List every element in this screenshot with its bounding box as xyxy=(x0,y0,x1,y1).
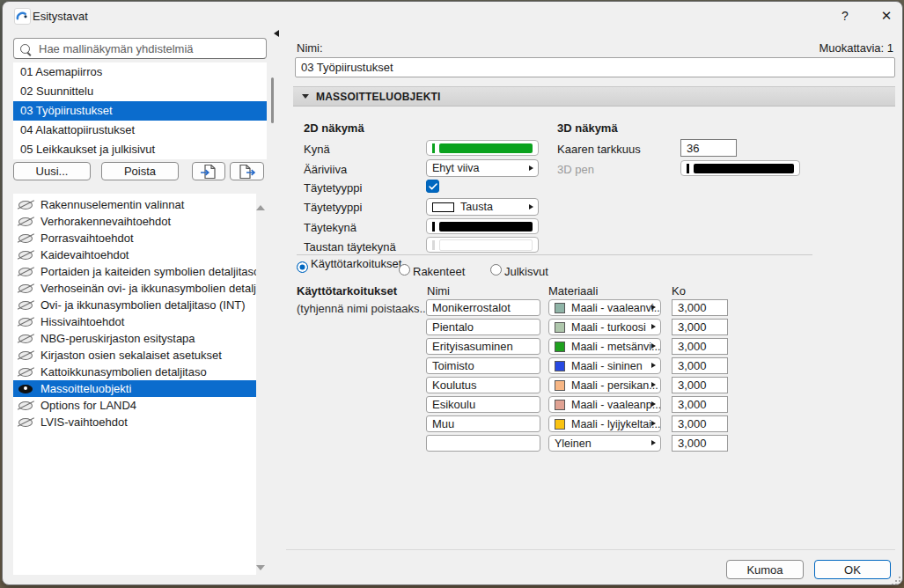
use-name-input[interactable] xyxy=(426,338,540,355)
pen3d-picker[interactable] xyxy=(680,160,800,176)
outline-value: Ehyt viiva xyxy=(432,162,480,174)
material-dropdown[interactable]: Maali - metsänvi... xyxy=(548,338,661,355)
radio-label[interactable]: Käyttötarkoitukset xyxy=(311,259,402,268)
outline-dropdown[interactable]: Ehyt viiva xyxy=(426,159,539,177)
dropdown-arrow-icon xyxy=(651,363,656,368)
radio-julkisivut[interactable] xyxy=(490,264,502,276)
combination-item-selected[interactable]: 03 Työpiirustukset xyxy=(13,101,267,121)
ko-input[interactable] xyxy=(672,396,728,413)
arc-resolution-label: Kaaren tarkkuus xyxy=(557,143,641,156)
search-input[interactable] xyxy=(37,41,266,56)
name-input[interactable] xyxy=(295,57,895,77)
scroll-up-icon[interactable] xyxy=(256,205,265,210)
option-row[interactable]: Verhoseinän ovi- ja ikkunasymbolien deta… xyxy=(13,280,256,297)
radio-label[interactable]: Rakenteet xyxy=(413,265,465,278)
use-name-input[interactable] xyxy=(426,396,540,413)
eye-hidden-icon xyxy=(18,368,33,377)
dropdown-arrow-icon xyxy=(651,324,656,329)
option-row[interactable]: NBG-peruskirjaston esitystapa xyxy=(13,330,256,347)
scroll-down-icon[interactable] xyxy=(256,565,265,570)
use-name-input[interactable] xyxy=(426,435,540,452)
option-label: Kaidevaihtoehdot xyxy=(40,248,129,261)
material-dropdown[interactable]: Maali - lyijykeltai... xyxy=(548,415,661,432)
combination-item[interactable]: 05 Leikkaukset ja julkisivut xyxy=(13,140,267,159)
section-header[interactable]: MASSOITTELUOBJEKTI xyxy=(293,86,895,107)
panel-collapse-icon[interactable] xyxy=(274,30,279,37)
options-list: Rakennuselementin valinnat Verhorakennev… xyxy=(13,194,256,575)
title-bar[interactable]: Esitystavat ? ✕ xyxy=(3,2,902,30)
pen3d-label: 3D pen xyxy=(557,163,594,176)
fill-pattern-swatch xyxy=(432,202,454,212)
import-button[interactable] xyxy=(192,162,225,180)
material-dropdown[interactable]: Maali - persikan... xyxy=(548,377,661,393)
material-value: Maali - vaaleanvi... xyxy=(571,302,661,314)
option-label: Kirjaston osien sekalaiset asetukset xyxy=(40,349,222,362)
fill-type-value: Tausta xyxy=(460,201,493,213)
fill-checkbox[interactable] xyxy=(426,180,439,193)
eye-visible-icon xyxy=(18,385,33,393)
material-dropdown[interactable]: Maali - vaaleanvi... xyxy=(548,299,661,316)
ko-input[interactable] xyxy=(672,377,728,393)
delete-button[interactable]: Poista xyxy=(101,162,179,180)
option-row[interactable]: Rakennuselementin valinnat xyxy=(13,196,256,213)
option-row[interactable]: Portaiden ja kaiteiden symbolien detalji… xyxy=(13,263,256,280)
option-label: Verhorakennevaihtoehdot xyxy=(40,215,171,228)
combination-item[interactable]: 04 Alakattopiirustukset xyxy=(13,121,267,140)
ko-input[interactable] xyxy=(672,319,728,335)
use-name-input[interactable] xyxy=(426,357,540,374)
cancel-button[interactable]: Kumoa xyxy=(726,560,804,579)
use-name-input[interactable] xyxy=(426,377,540,393)
option-row-selected[interactable]: Massoitteluobjekti xyxy=(13,380,256,397)
fill-type-dropdown[interactable]: Tausta xyxy=(426,198,539,216)
option-row[interactable]: Kattoikkunasymbolien detaljitaso xyxy=(13,364,256,380)
use-name-input[interactable] xyxy=(426,299,540,316)
pen-label: Kynä xyxy=(304,143,330,156)
outline-label: Ääriviiva xyxy=(304,163,347,176)
pen-picker[interactable] xyxy=(426,140,539,156)
option-row[interactable]: Verhorakennevaihtoehdot xyxy=(13,213,256,230)
resize-grip[interactable] xyxy=(892,577,893,578)
ko-input[interactable] xyxy=(672,435,728,452)
option-row[interactable]: Hissivaihtoehdot xyxy=(13,313,256,330)
eye-hidden-icon xyxy=(18,418,33,427)
material-dropdown[interactable]: Maali - turkoosi xyxy=(548,319,661,335)
material-dropdown[interactable]: Maali - sininen xyxy=(548,357,661,374)
ko-input[interactable] xyxy=(672,299,728,316)
ok-button[interactable]: OK xyxy=(814,560,891,579)
radio-rakenteet[interactable] xyxy=(399,264,410,276)
option-row[interactable]: Kirjaston osien sekalaiset asetukset xyxy=(13,347,256,364)
option-row[interactable]: Options for LAND4 xyxy=(13,397,256,414)
close-button[interactable]: ✕ xyxy=(874,5,899,26)
combination-list-scrollbar[interactable] xyxy=(271,77,274,123)
material-dropdown[interactable]: Yleinen xyxy=(548,435,661,452)
radio-kayttotarkoitukset[interactable] xyxy=(297,261,308,273)
material-value: Maali - sininen xyxy=(571,360,643,372)
combination-item[interactable]: 02 Suunnittelu xyxy=(13,82,267,101)
ko-input[interactable] xyxy=(672,338,728,355)
material-swatch xyxy=(555,419,565,430)
export-button[interactable] xyxy=(230,162,264,180)
app-logo-icon xyxy=(14,8,31,25)
combination-item[interactable]: 01 Asemapiirros xyxy=(13,62,267,82)
option-row[interactable]: Kaidevaihtoehdot xyxy=(13,246,256,263)
check-icon xyxy=(429,183,437,190)
search-box[interactable] xyxy=(13,38,267,59)
arc-resolution-input[interactable] xyxy=(680,139,737,157)
option-row[interactable]: Porrasvaihtoehdot xyxy=(13,230,256,246)
radio-label[interactable]: Julkisvut xyxy=(504,265,548,278)
material-value: Maali - vaaleanp... xyxy=(571,399,661,411)
ko-input[interactable] xyxy=(672,415,728,432)
option-row[interactable]: Ovi- ja ikkunasymbolien detaljitaso (INT… xyxy=(13,297,256,313)
fill-pen-picker[interactable] xyxy=(426,218,539,234)
dropdown-arrow-icon xyxy=(529,165,533,171)
material-swatch xyxy=(555,342,565,352)
option-row[interactable]: LVIS-vaihtoehdot xyxy=(13,414,256,430)
material-dropdown[interactable]: Maali - vaaleanp... xyxy=(548,396,661,413)
help-button[interactable]: ? xyxy=(834,5,856,26)
use-name-input[interactable] xyxy=(426,319,540,335)
eye-hidden-icon xyxy=(18,217,33,226)
ko-input[interactable] xyxy=(672,357,728,374)
fill-pen-label: Täytekynä xyxy=(304,221,356,234)
use-name-input[interactable] xyxy=(426,415,540,432)
new-button[interactable]: Uusi... xyxy=(13,162,91,180)
